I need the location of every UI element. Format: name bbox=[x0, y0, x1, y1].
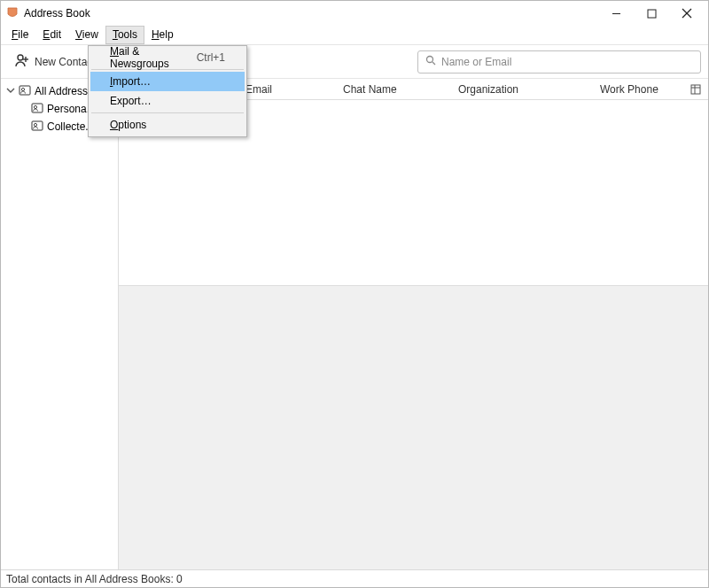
menu-view[interactable]: View bbox=[68, 26, 105, 44]
menu-item-export-label: Export… bbox=[110, 95, 152, 107]
svg-point-14 bbox=[34, 123, 36, 126]
shortcut-text: Ctrl+1 bbox=[197, 51, 225, 64]
app-icon bbox=[6, 7, 19, 19]
titlebar: Address Book bbox=[1, 1, 708, 26]
new-contact-icon bbox=[15, 53, 29, 70]
menu-help[interactable]: Help bbox=[144, 26, 181, 44]
menu-tools[interactable]: Tools bbox=[105, 26, 144, 44]
menu-item-export[interactable]: Export… bbox=[90, 91, 245, 111]
column-work-phone[interactable]: Work Phone bbox=[600, 83, 689, 96]
menu-item-import[interactable]: Import… bbox=[90, 72, 245, 91]
search-input[interactable] bbox=[441, 56, 693, 68]
menu-item-mail-newsgroups[interactable]: Mail & Newsgroups Ctrl+1 bbox=[90, 48, 245, 67]
menu-separator bbox=[91, 112, 244, 113]
column-email[interactable]: Email bbox=[245, 83, 343, 96]
menu-item-options[interactable]: Options bbox=[90, 115, 245, 135]
address-book-icon bbox=[31, 120, 43, 134]
column-chat-name[interactable]: Chat Name bbox=[343, 83, 458, 96]
svg-line-8 bbox=[432, 62, 435, 65]
svg-point-10 bbox=[21, 88, 24, 90]
new-contact-label: New Contact bbox=[35, 56, 96, 68]
svg-point-4 bbox=[18, 55, 23, 60]
svg-point-12 bbox=[34, 105, 36, 108]
tools-dropdown: Mail & Newsgroups Ctrl+1 Import… Export…… bbox=[88, 45, 247, 137]
menu-edit[interactable]: Edit bbox=[35, 26, 68, 44]
tree-item-label: Persona. bbox=[47, 103, 90, 115]
close-button[interactable] bbox=[669, 1, 705, 26]
detail-pane bbox=[119, 286, 708, 569]
maximize-button[interactable] bbox=[634, 1, 669, 26]
status-text: Total contacts in All Address Books: 0 bbox=[6, 573, 183, 585]
menubar: File Edit View Tools Help bbox=[1, 26, 708, 45]
address-book-icon bbox=[19, 85, 31, 98]
sidebar: All Address Persona. Collecte. bbox=[1, 79, 119, 569]
search-box[interactable] bbox=[417, 50, 701, 74]
svg-rect-1 bbox=[648, 10, 656, 18]
tree-item-label: Collecte. bbox=[47, 120, 89, 133]
svg-point-7 bbox=[427, 57, 433, 63]
column-picker-button[interactable] bbox=[689, 82, 703, 97]
menu-file[interactable]: File bbox=[4, 26, 35, 44]
svg-rect-15 bbox=[691, 85, 700, 94]
column-organization[interactable]: Organization bbox=[458, 83, 600, 96]
window-title: Address Book bbox=[24, 7, 90, 19]
tree-root-label: All Address bbox=[35, 85, 88, 97]
search-icon bbox=[425, 55, 436, 68]
address-book-icon bbox=[31, 103, 43, 116]
minimize-button[interactable] bbox=[598, 1, 634, 26]
status-bar: Total contacts in All Address Books: 0 bbox=[1, 569, 708, 587]
chevron-down-icon[interactable] bbox=[6, 85, 15, 97]
